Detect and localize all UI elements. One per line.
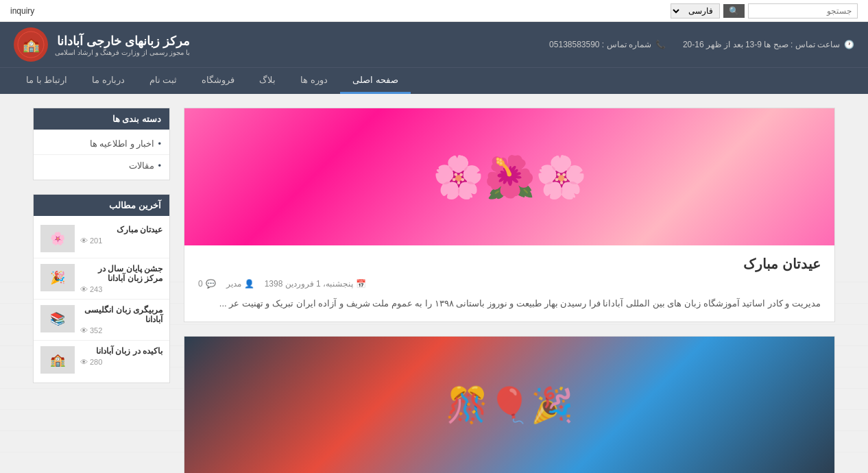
top-bar: 🔍 فارسی English inquiry [0, 0, 868, 22]
search-button[interactable]: 🔍 [723, 4, 745, 18]
article-author-1: 👤 مدیر [226, 279, 254, 289]
hours-text: ساعت تماس : صبح ها 9-13 بعد از ظهر 16-20 [683, 40, 840, 49]
eye-icon-4: 👁 [80, 358, 88, 366]
nav-item-register[interactable]: ثبت نام [137, 68, 190, 94]
main-container: عیدتان مبارک 💬 0 👤 مدیر 📅 پنجشنبه، 1 فرو… [23, 108, 845, 473]
phone-text: شماره تماس : 05138583590 [549, 40, 651, 49]
nav-item-about[interactable]: درباره ما [80, 68, 137, 94]
top-bar-left: 🔍 فارسی English [671, 3, 858, 19]
nav-link-blog[interactable]: بلاگ [247, 68, 288, 92]
latest-post-2[interactable]: جشن پایان سال در مرکز زبان آبادانا 243 👁… [34, 258, 169, 300]
article-card: عیدتان مبارک 💬 0 👤 مدیر 📅 پنجشنبه، 1 فرو… [184, 108, 835, 322]
latest-title-1: عیدتان مبارک [80, 225, 162, 234]
nav-item-shop[interactable]: فروشگاه [189, 68, 247, 94]
category-item-news[interactable]: اخبار و اطلاعیه ها [34, 133, 169, 155]
latest-thumb-4: 🏫 [40, 346, 75, 374]
article-image-flowers [184, 108, 834, 245]
latest-info-1: عیدتان مبارک 201 👁 [80, 225, 162, 245]
sidebar: دسته بندی ها اخبار و اطلاعیه ها مقالات آ… [33, 108, 170, 473]
categories-list: اخبار و اطلاعیه ها مقالات [34, 130, 169, 180]
article-card-2: جشن پایان سال در مرکز زبان آبادانا 💬 0 👤… [184, 336, 835, 473]
content-area: عیدتان مبارک 💬 0 👤 مدیر 📅 پنجشنبه، 1 فرو… [184, 108, 835, 473]
logo-title: مرکز زبانهای خارجی آبادانا [55, 34, 190, 49]
article-date-1: 📅 پنجشنبه، 1 فروردین 1398 [265, 279, 366, 289]
nav-link-home[interactable]: صفحه اصلی [340, 68, 411, 94]
phone-info: 📞 شماره تماس : 05138583590 [549, 40, 666, 49]
eye-icon-2: 👁 [80, 285, 88, 293]
nav-link-register[interactable]: ثبت نام [137, 68, 190, 92]
latest-count-4: 280 👁 [80, 358, 162, 366]
category-item-articles[interactable]: مقالات [34, 155, 169, 176]
article-body-1: عیدتان مبارک 💬 0 👤 مدیر 📅 پنجشنبه، 1 فرو… [184, 245, 834, 322]
latest-posts-title: آخرین مطالب [34, 195, 169, 216]
nav-link-contact[interactable]: ارتباط با ما [14, 68, 80, 92]
nav-item-contact[interactable]: ارتباط با ما [14, 68, 80, 94]
eye-icon-3: 👁 [80, 326, 88, 335]
latest-posts-widget: آخرین مطالب عیدتان مبارک 201 👁 🌸 جشن پای… [33, 194, 170, 383]
logo-text: مرکز زبانهای خارجی آبادانا با مجوز رسمی … [55, 34, 190, 56]
latest-title-3: مربیگری زبان انگلیسی آبادانا [80, 305, 162, 324]
main-nav: صفحه اصلی دوره ها بلاگ فروشگاه ثبت نام د… [0, 67, 868, 94]
article-image-party [184, 337, 834, 473]
latest-info-3: مربیگری زبان انگلیسی آبادانا 352 👁 [80, 305, 162, 335]
latest-thumb-1: 🌸 [40, 225, 75, 252]
latest-title-4: باکیده در زبان آبادانا [80, 346, 162, 356]
clock-icon: 🕐 [844, 40, 854, 49]
latest-thumb-3: 📚 [40, 305, 75, 332]
hours-info: 🕐 ساعت تماس : صبح ها 9-13 بعد از ظهر 16-… [683, 40, 854, 49]
author-icon: 👤 [244, 279, 254, 289]
nav-item-home[interactable]: صفحه اصلی [340, 68, 411, 94]
nav-link-courses[interactable]: دوره ها [288, 68, 340, 92]
logo-icon: 🏫 [14, 27, 48, 62]
nav-link-shop[interactable]: فروشگاه [189, 68, 247, 92]
search-form: 🔍 [723, 3, 858, 19]
article-comments-1: 💬 0 [198, 279, 216, 289]
comment-icon: 💬 [206, 279, 216, 289]
latest-thumb-2: 🎉 [40, 264, 75, 291]
latest-posts-list: عیدتان مبارک 201 👁 🌸 جشن پایان سال در مر… [34, 216, 169, 383]
categories-widget: دسته بندی ها اخبار و اطلاعیه ها مقالات [33, 108, 170, 180]
header: 🕐 ساعت تماس : صبح ها 9-13 بعد از ظهر 16-… [0, 22, 868, 67]
header-contact-info: 🕐 ساعت تماس : صبح ها 9-13 بعد از ظهر 16-… [549, 40, 854, 49]
latest-info-2: جشن پایان سال در مرکز زبان آبادانا 243 👁 [80, 264, 162, 293]
svg-text:🏫: 🏫 [23, 36, 40, 53]
latest-info-4: باکیده در زبان آبادانا 280 👁 [80, 346, 162, 366]
nav-item-courses[interactable]: دوره ها [288, 68, 340, 94]
calendar-icon: 📅 [356, 279, 366, 289]
latest-post-1[interactable]: عیدتان مبارک 201 👁 🌸 [34, 219, 169, 258]
language-select[interactable]: فارسی English [671, 3, 720, 19]
article-title-1[interactable]: عیدتان مبارک [198, 256, 821, 272]
latest-title-2: جشن پایان سال در مرکز زبان آبادانا [80, 264, 162, 283]
latest-post-4[interactable]: باکیده در زبان آبادانا 280 👁 🏫 [34, 341, 169, 379]
article-meta-1: 💬 0 👤 مدیر 📅 پنجشنبه، 1 فروردین 1398 [198, 279, 821, 289]
phone-icon: 📞 [655, 40, 666, 49]
nav-item-blog[interactable]: بلاگ [247, 68, 288, 94]
nav-link-about[interactable]: درباره ما [80, 68, 137, 92]
categories-title: دسته بندی ها [34, 108, 169, 130]
latest-post-3[interactable]: مربیگری زبان انگلیسی آبادانا 352 👁 📚 [34, 300, 169, 341]
search-input[interactable] [748, 3, 858, 19]
eye-icon-1: 👁 [80, 236, 88, 245]
header-branding: مرکز زبانهای خارجی آبادانا با مجوز رسمی … [14, 27, 190, 62]
latest-count-2: 243 👁 [80, 285, 162, 293]
latest-count-1: 201 👁 [80, 236, 162, 245]
latest-count-3: 352 👁 [80, 326, 162, 335]
article-excerpt-1: مدیریت و کادر اساتید آموزشگاه زبان های ب… [198, 295, 821, 311]
inquiry-link[interactable]: inquiry [10, 5, 34, 16]
logo-subtitle: با مجوز رسمی از وزارت فرهنگ و ارشاد اسلا… [55, 49, 190, 56]
